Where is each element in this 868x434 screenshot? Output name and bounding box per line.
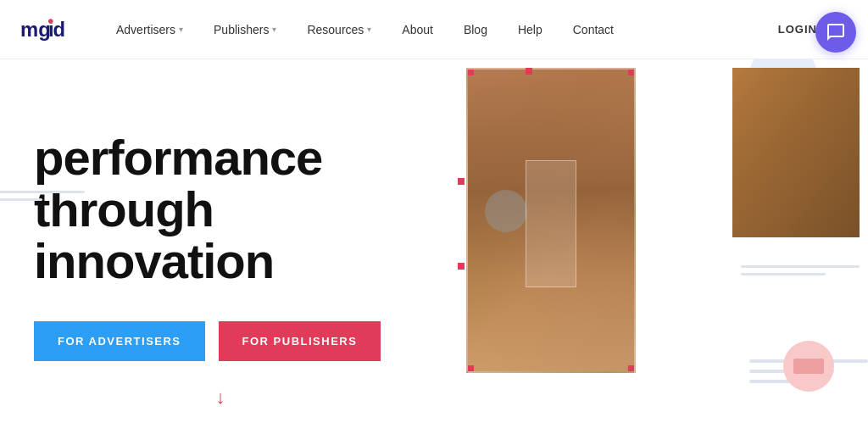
scroll-arrow[interactable]: ↓ (216, 387, 225, 409)
nav-resources[interactable]: Resources (292, 0, 387, 59)
deco-line (0, 191, 85, 193)
deco-lines-right (741, 265, 860, 275)
nav-advertisers[interactable]: Advertisers (101, 0, 198, 59)
hero-image-secondary (732, 68, 860, 237)
nav-blog[interactable]: Blog (448, 0, 503, 59)
red-dot-3 (458, 263, 465, 270)
hero-image-main (466, 68, 636, 373)
deco-line (741, 265, 860, 268)
logo-link[interactable]: mg i d (20, 18, 67, 42)
chat-button[interactable] (815, 12, 856, 53)
red-dot-2 (526, 68, 532, 75)
hero-buttons: FOR ADVERTISERS FOR PUBLISHERS (34, 321, 420, 361)
img-white-rect (526, 160, 576, 287)
hero-headline: performance through innovation (34, 132, 420, 287)
corner-marker-bl (467, 365, 474, 372)
svg-text:mg: mg (20, 18, 51, 41)
logo-image: mg i d (20, 18, 67, 42)
nav-contact[interactable]: Contact (558, 0, 629, 59)
deco-line (0, 198, 42, 201)
deco-line (741, 273, 826, 275)
advertisers-button[interactable]: FOR ADVERTISERS (34, 321, 205, 361)
hero-right (441, 59, 868, 434)
nav-help[interactable]: Help (503, 0, 558, 59)
decorative-lines-left (0, 191, 85, 201)
pink-circle-deco (783, 341, 834, 392)
hero-left: performance through innovation FOR ADVER… (0, 59, 441, 434)
person-silhouette (468, 70, 634, 371)
corner-marker-tl (467, 69, 474, 75)
nav-publishers[interactable]: Publishers (198, 0, 292, 59)
chat-icon (826, 22, 846, 42)
nav-about[interactable]: About (387, 0, 448, 59)
hero-section: performance through innovation FOR ADVER… (0, 59, 868, 434)
corner-marker-tr (628, 69, 635, 75)
img-circle-deco (485, 190, 527, 232)
red-dot-1 (458, 178, 465, 185)
main-nav: Advertisers Publishers Resources About B… (101, 0, 778, 59)
corner-marker-br (628, 365, 635, 372)
publishers-button[interactable]: FOR PUBLISHERS (219, 321, 381, 361)
header: mg i d Advertisers Publishers Resources … (0, 0, 868, 59)
svg-text:d: d (53, 18, 66, 41)
login-button[interactable]: LOGIN (778, 23, 817, 36)
